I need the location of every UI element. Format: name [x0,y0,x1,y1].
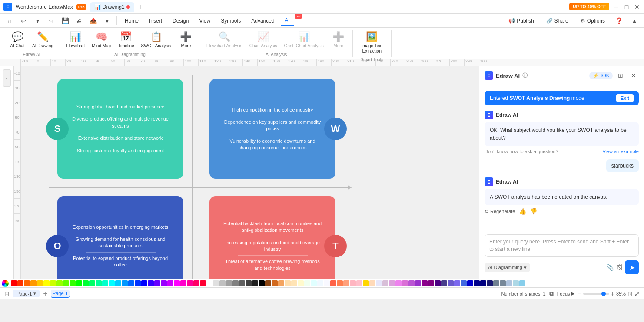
color-swatch[interactable] [506,280,512,286]
color-swatch[interactable] [408,280,415,286]
promo-badge[interactable]: UP TO 40% OFF [569,3,609,10]
redo-button[interactable]: ↪ [45,15,57,27]
active-tab[interactable]: 📊 Drawing1 [90,2,134,12]
share-button[interactable]: 🔗 Share [542,16,573,26]
color-swatch[interactable] [122,280,128,286]
home-nav-icon[interactable]: ⌂ [3,15,16,27]
color-swatch[interactable] [180,280,186,286]
color-swatch[interactable] [402,280,408,286]
color-swatch[interactable] [70,280,76,286]
color-swatch[interactable] [343,280,349,286]
fullscreen-button[interactable]: ⤢ [634,290,640,297]
color-swatch[interactable] [415,280,421,286]
color-swatch[interactable] [500,280,506,286]
color-swatch[interactable] [83,280,89,286]
regenerate-button[interactable]: ↻ Regenerate [485,209,515,214]
color-swatch[interactable] [265,280,271,286]
color-swatch[interactable] [395,280,402,286]
color-swatch[interactable] [154,280,160,286]
color-swatch[interactable] [389,280,395,286]
color-swatch[interactable] [200,280,206,286]
close-button[interactable]: ✕ [634,3,641,10]
color-swatch[interactable] [219,280,226,286]
color-swatch[interactable] [467,280,473,286]
ai-close-button[interactable]: ✕ [628,70,639,81]
color-swatch[interactable] [311,280,317,286]
collapse-ribbon-button[interactable]: ▲ [628,15,641,27]
active-page-tab[interactable]: Page-1 [51,290,70,298]
ai-expand-button[interactable]: ⊞ [615,70,626,81]
ai-chat-button[interactable]: 💬 AI Chat [7,30,28,50]
color-swatch[interactable] [43,280,50,286]
color-swatch[interactable] [363,280,369,286]
color-swatch[interactable] [37,280,43,286]
print-button[interactable]: 🖨 [73,15,85,27]
color-swatch[interactable] [291,280,297,286]
color-swatch[interactable] [382,280,388,286]
color-swatch[interactable] [272,280,278,286]
color-swatch[interactable] [206,280,212,286]
page-1-tab[interactable]: Page-1 ▾ [13,290,40,297]
publish-button[interactable]: 📢 Publish [504,16,538,26]
send-button[interactable]: ➤ [625,260,639,274]
color-swatch[interactable] [330,280,336,286]
mind-map-button[interactable]: 🧠 Mind Map [89,30,113,50]
color-swatch[interactable] [174,280,180,286]
color-swatch[interactable] [76,280,82,286]
color-swatch[interactable] [324,280,330,286]
color-swatch[interactable] [298,280,304,286]
color-swatch[interactable] [11,280,17,286]
color-swatch[interactable] [232,280,239,286]
color-swatch[interactable] [115,280,121,286]
save-button[interactable]: 💾 [59,15,71,27]
canvas[interactable]: -10 10 30 50 70 90 110 130 150 170 190 [14,66,479,279]
color-swatch[interactable] [226,280,232,286]
timeline-button[interactable]: 📅 Timeline [115,30,136,50]
color-swatch[interactable] [193,280,199,286]
menu-design[interactable]: Design [168,16,193,26]
menu-ai[interactable]: AI hot [281,16,294,26]
color-swatch[interactable] [369,280,375,286]
undo-button[interactable]: ↩ [17,15,30,27]
color-swatch[interactable] [474,280,480,286]
color-swatch[interactable] [480,280,486,286]
options-button[interactable]: ⚙ Options [576,16,609,26]
attach-button[interactable]: 📎 [606,264,614,271]
color-swatch[interactable] [50,280,56,286]
color-swatch[interactable] [356,280,362,286]
zoom-slider[interactable] [583,293,609,295]
color-swatch[interactable] [148,280,154,286]
grid-view-icon[interactable]: ⊞ [4,290,10,297]
ai-drawing-button[interactable]: ✏️ AI Drawing [30,30,56,50]
view-example-link[interactable]: View an example [602,149,639,154]
color-swatch[interactable] [24,280,30,286]
color-swatch[interactable] [350,280,356,286]
color-swatch[interactable] [167,280,173,286]
color-swatch[interactable] [376,280,382,286]
menu-insert[interactable]: Insert [145,16,166,26]
color-swatch[interactable] [448,280,454,286]
color-swatch[interactable] [317,280,323,286]
help-button[interactable]: ❓ [613,15,625,27]
fit-page-button[interactable]: ⊡ [627,290,633,297]
more-diagramming-button[interactable]: ➕ More [176,30,196,50]
color-swatch[interactable] [278,280,284,286]
ai-mode-selector[interactable]: AI Diagramming ▾ [485,263,530,272]
color-swatch[interactable] [252,280,258,286]
image-text-extraction-button[interactable]: 🖼️ Image Text Extraction [356,30,388,56]
color-swatch[interactable] [454,280,460,286]
color-swatch[interactable] [422,280,428,286]
color-swatch[interactable] [187,280,193,286]
export-button[interactable]: 📤 [87,15,99,27]
zoom-in-button[interactable]: + [611,290,614,297]
color-swatch[interactable] [30,280,37,286]
add-page-button[interactable]: + [43,290,47,298]
color-swatch[interactable] [89,280,95,286]
color-swatch[interactable] [96,280,102,286]
undo-arrow-button[interactable]: ▾ [31,15,43,27]
menu-symbols[interactable]: Symbols [216,16,245,26]
layer-button[interactable]: ⧉ [549,290,554,297]
minimize-button[interactable]: ─ [613,3,620,10]
color-swatch[interactable] [56,280,63,286]
zoom-out-button[interactable]: − [578,290,581,297]
